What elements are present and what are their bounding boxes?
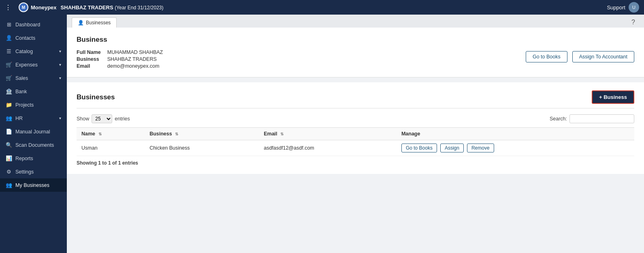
col-email[interactable]: Email ⇅ <box>259 128 397 140</box>
expenses-icon: 🛒 <box>6 62 12 68</box>
app-name: Moneypex <box>31 4 57 11</box>
sidebar-item-hr[interactable]: 👥 HR ▾ <box>0 111 67 125</box>
business-info-table: Full Name MUHAMMAD SHAHBAZ Business SHAH… <box>77 49 163 69</box>
add-business-button[interactable]: + Business <box>592 90 634 104</box>
business-info-actions: Go to Books Assign To Accountant <box>526 51 634 62</box>
col-name-label: Name <box>81 131 95 137</box>
sidebar-label-manual-journal: Manual Journal <box>15 129 50 135</box>
business-info-card: Business Full Name MUHAMMAD SHAHBAZ Busi… <box>67 28 644 77</box>
sidebar-item-projects[interactable]: 📁 Projects <box>0 98 67 111</box>
avatar[interactable]: U <box>629 2 639 13</box>
field-label-fullname: Full Name <box>77 49 101 55</box>
businesses-section: Businesses + Business Show 25 50 100 ent… <box>67 82 644 174</box>
chevron-down-icon: ▾ <box>59 49 61 54</box>
content-area: 👤 Businesses ? Business Full Name MUHAMM… <box>67 15 644 253</box>
tab-businesses-icon: 👤 <box>78 20 84 26</box>
sidebar-label-catalog: Catalog <box>15 49 33 54</box>
sidebar-item-expenses[interactable]: 🛒 Expenses ▾ <box>0 58 67 71</box>
dashboard-icon: ⊞ <box>6 21 12 28</box>
sidebar-item-reports[interactable]: 📊 Reports <box>0 152 67 165</box>
sidebar-item-contacts[interactable]: 👤 Contacts <box>0 31 67 45</box>
sidebar-item-settings[interactable]: ⚙ Settings <box>0 165 67 178</box>
assign-to-accountant-button[interactable]: Assign To Accountant <box>572 51 634 62</box>
scan-documents-icon: 🔍 <box>6 142 12 148</box>
show-label: Show <box>77 116 89 122</box>
sidebar-label-scan-documents: Scan Documents <box>15 142 54 148</box>
entries-select[interactable]: 25 50 100 <box>92 114 112 123</box>
catalog-icon: ☰ <box>6 48 12 54</box>
settings-icon: ⚙ <box>6 169 12 175</box>
sort-icon-name: ⇅ <box>98 132 102 136</box>
businesses-section-header: Businesses + Business <box>77 90 634 109</box>
col-manage: Manage <box>397 128 634 140</box>
chevron-down-icon: ▾ <box>59 76 61 80</box>
search-input[interactable] <box>569 114 634 123</box>
col-business-label: Business <box>149 131 172 137</box>
sidebar-label-bank: Bank <box>15 89 27 94</box>
sidebar-label-settings: Settings <box>15 169 34 175</box>
showing-suffix: entries <box>121 160 138 166</box>
table-row: Usman Chicken Business asdfasdf12@asdf.c… <box>77 140 634 156</box>
field-value-email: demo@moneypex.com <box>107 63 163 69</box>
sidebar-label-expenses: Expenses <box>15 62 38 68</box>
manage-buttons: Go to Books Assign Remove <box>401 144 629 152</box>
sidebar-label-sales: Sales <box>15 75 28 81</box>
table-header-row: Name ⇅ Business ⇅ Email ⇅ Manage <box>77 128 634 140</box>
field-label-email: Email <box>77 63 101 69</box>
tab-businesses-label: Businesses <box>86 20 111 26</box>
top-navbar: ⋮ M Moneypex SHAHBAZ TRADERS (Year End 3… <box>0 0 644 15</box>
business-info-body: Full Name MUHAMMAD SHAHBAZ Business SHAH… <box>77 49 634 69</box>
col-name[interactable]: Name ⇅ <box>77 128 145 140</box>
businesses-section-title: Businesses <box>77 93 115 101</box>
menu-dots-button[interactable]: ⋮ <box>5 4 11 11</box>
top-nav-left: ⋮ M Moneypex SHAHBAZ TRADERS (Year End 3… <box>5 2 164 12</box>
row-name: Usman <box>77 140 145 156</box>
sidebar-item-my-businesses[interactable]: 👥 My Businesses <box>0 178 67 192</box>
row-business: Chicken Business <box>145 140 259 156</box>
business-info-title: Business <box>77 36 634 44</box>
sidebar-label-reports: Reports <box>15 156 33 161</box>
show-entries: Show 25 50 100 entries <box>77 114 130 123</box>
chevron-down-icon: ▾ <box>59 62 61 67</box>
sidebar-item-scan-documents[interactable]: 🔍 Scan Documents <box>0 138 67 152</box>
row-goto-books-button[interactable]: Go to Books <box>401 144 437 152</box>
sidebar: ⊞ Dashboard 👤 Contacts ☰ Catalog ▾ 🛒 Exp… <box>0 15 67 253</box>
sales-icon: 🛒 <box>6 75 12 81</box>
reports-icon: 📊 <box>6 155 12 161</box>
business-header-title: SHAHBAZ TRADERS (Year End 31/12/2023) <box>61 4 164 11</box>
support-link[interactable]: Support <box>607 4 625 11</box>
contacts-icon: 👤 <box>6 35 12 41</box>
row-assign-button[interactable]: Assign <box>440 144 464 152</box>
projects-icon: 📁 <box>6 102 12 108</box>
search-label: Search: <box>550 116 567 122</box>
tab-bar: 👤 Businesses ? <box>67 15 644 28</box>
table-controls: Show 25 50 100 entries Search: <box>77 114 634 123</box>
showing-range: 1 to 1 of 1 <box>98 160 121 166</box>
sidebar-item-bank[interactable]: 🏦 Bank <box>0 85 67 98</box>
sidebar-item-catalog[interactable]: ☰ Catalog ▾ <box>0 45 67 58</box>
sidebar-label-hr: HR <box>15 116 23 121</box>
businesses-table: Name ⇅ Business ⇅ Email ⇅ Manage <box>77 127 634 156</box>
main-layout: ⊞ Dashboard 👤 Contacts ☰ Catalog ▾ 🛒 Exp… <box>0 15 644 253</box>
sidebar-item-sales[interactable]: 🛒 Sales ▾ <box>0 71 67 85</box>
sidebar-label-projects: Projects <box>15 102 34 108</box>
top-nav-right: Support U <box>607 2 639 13</box>
bank-icon: 🏦 <box>6 88 12 94</box>
tab-businesses[interactable]: 👤 Businesses <box>72 17 117 28</box>
col-business[interactable]: Business ⇅ <box>145 128 259 140</box>
field-label-business: Business <box>77 56 101 62</box>
help-icon[interactable]: ? <box>627 17 639 28</box>
chevron-down-icon: ▾ <box>59 116 61 120</box>
sort-icon-email: ⇅ <box>280 132 284 136</box>
sort-icon-business: ⇅ <box>175 132 178 136</box>
app-logo: M Moneypex <box>19 2 57 12</box>
sidebar-item-manual-journal[interactable]: 📄 Manual Journal <box>0 125 67 138</box>
goto-books-button[interactable]: Go to Books <box>526 51 567 62</box>
logo-icon: M <box>19 2 28 12</box>
row-remove-button[interactable]: Remove <box>467 144 494 152</box>
manual-journal-icon: 📄 <box>6 129 12 135</box>
sidebar-item-dashboard[interactable]: ⊞ Dashboard <box>0 18 67 31</box>
col-manage-label: Manage <box>401 131 420 137</box>
entries-label: entries <box>115 116 130 122</box>
sidebar-label-contacts: Contacts <box>15 35 35 41</box>
